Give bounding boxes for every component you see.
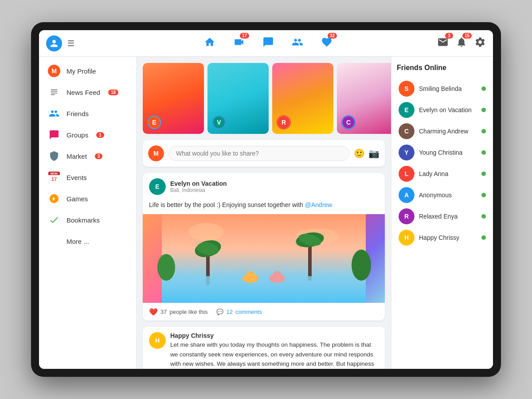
camera-icon[interactable]: 📷 bbox=[368, 148, 379, 159]
friend-avatar-enya: R bbox=[399, 208, 415, 224]
story-1[interactable]: E bbox=[143, 63, 204, 134]
friend-christina[interactable]: Y Young Christina bbox=[397, 142, 488, 163]
nav-home[interactable] bbox=[204, 36, 215, 51]
nav-chat[interactable] bbox=[262, 36, 274, 51]
games-icon bbox=[48, 192, 60, 205]
post-image bbox=[143, 214, 385, 303]
svg-point-13 bbox=[273, 271, 282, 280]
sidebar-item-bookmarks[interactable]: Bookmarks bbox=[39, 209, 136, 231]
friend-chrissy[interactable]: H Happy Chrissy bbox=[397, 227, 488, 248]
friend-avatar-anna: L bbox=[399, 166, 415, 182]
messages-icon[interactable]: 3 bbox=[437, 36, 449, 51]
online-indicator bbox=[481, 235, 486, 240]
post-mention[interactable]: @Andrew bbox=[305, 201, 332, 208]
sidebar-item-events[interactable]: MON 17 Events bbox=[39, 167, 136, 188]
story-1-avatar: E bbox=[147, 115, 161, 129]
friend-name-anna: Lady Anna bbox=[419, 170, 448, 177]
user-avatar[interactable] bbox=[46, 35, 62, 51]
header-left: ☰ bbox=[46, 35, 99, 51]
friend-smiling-belinda[interactable]: S Smiling Belinda bbox=[397, 78, 488, 99]
friend-avatar-anonymous: A bbox=[399, 187, 415, 203]
story-3[interactable]: R bbox=[272, 63, 333, 134]
comments-label: comments bbox=[235, 309, 262, 315]
svg-point-15 bbox=[352, 250, 371, 281]
profile-avatar-icon: M bbox=[48, 65, 60, 77]
post-author-info: Evelyn on Vacation Bali, Indonesia bbox=[170, 180, 227, 193]
online-indicator bbox=[481, 108, 486, 112]
friends-label: Friends bbox=[66, 110, 89, 117]
sidebar-item-market[interactable]: Market 3 bbox=[39, 145, 136, 167]
sidebar: M My Profile News Feed 18 bbox=[39, 57, 137, 369]
post-composer: M 🙂 📷 bbox=[143, 140, 385, 167]
online-indicator bbox=[481, 214, 486, 219]
screen: ☰ 17 bbox=[39, 30, 493, 369]
sidebar-item-news-feed[interactable]: News Feed 18 bbox=[39, 82, 136, 103]
main-content: M My Profile News Feed 18 bbox=[39, 57, 493, 369]
composer-input[interactable] bbox=[168, 146, 349, 161]
nav-heart[interactable]: 32 bbox=[321, 36, 332, 51]
friend-avatar-chrissy: H bbox=[399, 230, 415, 246]
story-4[interactable]: C bbox=[337, 63, 391, 134]
events-icon: MON 17 bbox=[48, 171, 60, 184]
sidebar-item-more[interactable]: More ... bbox=[39, 231, 136, 252]
emoji-icon[interactable]: 🙂 bbox=[354, 148, 365, 159]
market-badge: 3 bbox=[95, 153, 103, 159]
market-label: Market bbox=[66, 153, 87, 160]
online-indicator bbox=[481, 193, 486, 197]
friend-enya[interactable]: R Relaxed Enya bbox=[397, 206, 488, 227]
online-indicator bbox=[481, 150, 486, 155]
friend-anonymous[interactable]: A Anonymous bbox=[397, 184, 488, 206]
svg-rect-9 bbox=[162, 276, 366, 303]
friend-anna[interactable]: L Lady Anna bbox=[397, 163, 488, 184]
likes-count: 37 bbox=[160, 309, 167, 315]
online-indicator bbox=[481, 86, 486, 91]
post-likes: ❤️ 37 people like this bbox=[149, 308, 207, 316]
nav-video[interactable]: 17 bbox=[233, 36, 245, 51]
bookmarks-icon bbox=[48, 214, 60, 226]
post-card-chrissy: H Happy Chrissy Let me share with you to… bbox=[143, 327, 385, 369]
svg-point-1 bbox=[188, 223, 224, 241]
bookmarks-label: Bookmarks bbox=[66, 216, 100, 224]
composer-avatar: M bbox=[148, 145, 164, 161]
menu-icon[interactable]: ☰ bbox=[67, 39, 74, 48]
news-feed-icon bbox=[48, 86, 60, 98]
post2-header: H Happy Chrissy Let me share with you to… bbox=[149, 332, 379, 369]
settings-icon[interactable] bbox=[474, 36, 486, 51]
friend-name-andrew: Charming Andrew bbox=[419, 128, 468, 135]
messages-badge: 3 bbox=[445, 33, 453, 39]
news-feed-badge: 18 bbox=[108, 90, 118, 95]
post-text: Life is better by the pool :) Enjoying s… bbox=[143, 200, 385, 214]
market-icon bbox=[48, 150, 60, 162]
post2-author-avatar: H bbox=[149, 332, 166, 349]
svg-point-12 bbox=[246, 271, 255, 280]
friend-evelyn[interactable]: E Evelyn on Vacation bbox=[397, 99, 488, 121]
notifications-badge: 15 bbox=[462, 33, 472, 39]
friend-name-belinda: Smiling Belinda bbox=[419, 85, 462, 92]
sidebar-item-games[interactable]: Games bbox=[39, 188, 136, 209]
online-indicator bbox=[481, 129, 486, 133]
sidebar-item-my-profile[interactable]: M My Profile bbox=[39, 60, 136, 82]
tablet-frame: ☰ 17 bbox=[31, 22, 501, 377]
composer-actions: 🙂 📷 bbox=[354, 148, 379, 159]
friends-icon bbox=[48, 107, 60, 120]
friend-avatar-andrew: C bbox=[399, 123, 415, 139]
notifications-icon[interactable]: 15 bbox=[456, 36, 467, 51]
post-comments[interactable]: 💬 12 comments bbox=[216, 309, 262, 315]
stories-row: E V R bbox=[143, 63, 385, 134]
sidebar-item-friends[interactable]: Friends bbox=[39, 103, 136, 124]
games-label: Games bbox=[66, 195, 88, 203]
nav-friends[interactable] bbox=[292, 36, 303, 51]
friend-name-enya: Relaxed Enya bbox=[419, 213, 458, 220]
friend-name-anonymous: Anonymous bbox=[419, 192, 452, 199]
story-2[interactable]: V bbox=[207, 63, 269, 134]
friend-avatar-christina: Y bbox=[399, 145, 415, 160]
friend-name-chrissy: Happy Chrissy bbox=[419, 234, 459, 241]
friend-andrew[interactable]: C Charming Andrew bbox=[397, 121, 488, 142]
header-nav: 17 32 bbox=[106, 36, 430, 51]
online-indicator bbox=[481, 172, 486, 176]
comments-count: 12 bbox=[226, 309, 232, 315]
sidebar-item-groups[interactable]: Groups 1 bbox=[39, 124, 136, 145]
header: ☰ 17 bbox=[39, 30, 493, 57]
post2-text: Let me share with you today my thoughts … bbox=[170, 340, 379, 369]
post-footer: ❤️ 37 people like this 💬 12 comments bbox=[143, 303, 385, 321]
